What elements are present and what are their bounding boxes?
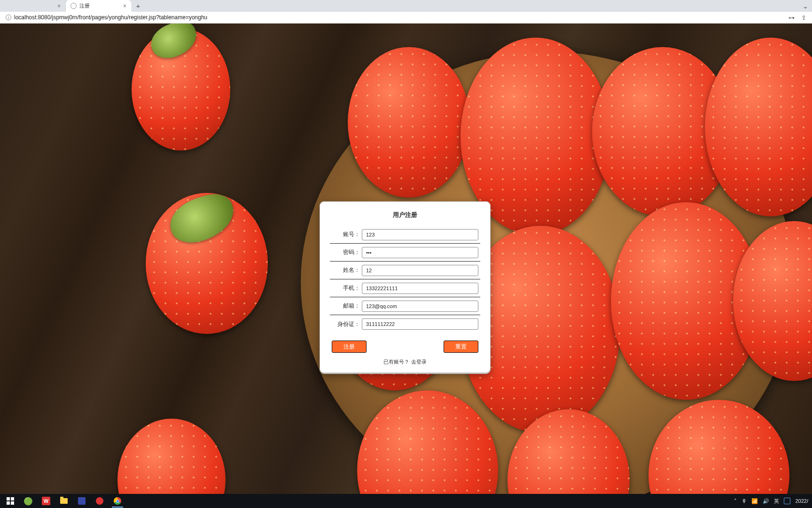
- login-link[interactable]: 去登录: [411, 359, 427, 365]
- key-icon[interactable]: ⊶: [789, 14, 795, 21]
- tab-title: 注册: [79, 2, 90, 9]
- input-password[interactable]: [362, 247, 478, 258]
- browser-tab-strip: × 注册 × + ⌄: [0, 0, 812, 12]
- app-icon: [78, 497, 86, 505]
- form-title: 用户注册: [330, 211, 480, 219]
- reset-button[interactable]: 重置: [444, 341, 478, 353]
- input-idcard[interactable]: [362, 318, 478, 330]
- taskbar-chrome[interactable]: [109, 494, 126, 508]
- start-button[interactable]: [2, 494, 19, 508]
- input-account[interactable]: [362, 229, 478, 240]
- tray-ime[interactable]: 英: [774, 498, 779, 505]
- button-row: 注册 重置: [330, 341, 480, 353]
- tray-clock[interactable]: 2022/: [795, 498, 808, 504]
- decorative-berry: [117, 419, 226, 497]
- register-card: 用户注册 账号： 密码： 姓名： 手机： 邮箱： 身份证： 注册 重置: [320, 201, 491, 373]
- tray-chevron-icon[interactable]: ˄: [734, 498, 737, 504]
- label-name: 姓名：: [332, 266, 360, 274]
- windows-taskbar: 🟢 W ˄ 🎙 📶 🔊 英 2022/: [0, 494, 812, 508]
- site-info-icon[interactable]: i: [6, 15, 11, 20]
- tray-mic-icon[interactable]: 🎙: [742, 498, 747, 504]
- browser-tab-1[interactable]: 注册 ×: [66, 0, 132, 12]
- chrome-icon: [114, 497, 121, 505]
- input-phone[interactable]: [362, 283, 478, 294]
- folder-icon: [60, 498, 68, 504]
- close-icon[interactable]: ×: [57, 3, 61, 9]
- taskbar-app[interactable]: [73, 494, 90, 508]
- system-tray: ˄ 🎙 📶 🔊 英 2022/: [734, 498, 810, 505]
- share-icon[interactable]: ⇪: [801, 14, 806, 21]
- tray-wifi-icon[interactable]: 📶: [751, 498, 758, 504]
- music-icon: [96, 497, 103, 505]
- field-row-name: 姓名：: [330, 262, 480, 279]
- tray-volume-icon[interactable]: 🔊: [763, 498, 769, 504]
- input-name[interactable]: [362, 265, 478, 276]
- close-icon[interactable]: ×: [123, 3, 126, 9]
- field-row-email: 邮箱：: [330, 297, 480, 315]
- taskbar-explorer[interactable]: [55, 494, 72, 508]
- label-email: 邮箱：: [332, 302, 360, 310]
- tray-app-icon[interactable]: [784, 498, 790, 504]
- windows-icon: [7, 497, 14, 505]
- field-row-account: 账号：: [330, 226, 480, 244]
- decorative-berry: [348, 47, 470, 198]
- label-phone: 手机：: [332, 284, 360, 292]
- field-row-idcard: 身份证：: [330, 315, 480, 333]
- tab-overflow-button[interactable]: ⌄: [803, 2, 812, 10]
- new-tab-button[interactable]: +: [132, 2, 145, 10]
- globe-icon: [70, 3, 77, 9]
- wps-icon: W: [42, 497, 50, 505]
- app-icon: 🟢: [23, 497, 33, 506]
- taskbar-wps[interactable]: W: [38, 494, 55, 508]
- label-account: 账号：: [332, 230, 360, 238]
- field-row-phone: 手机：: [330, 279, 480, 297]
- address-bar: i localhost:8080/jspmwj0rn/front/pages/y…: [0, 12, 812, 24]
- page-viewport: 用户注册 账号： 密码： 姓名： 手机： 邮箱： 身份证： 注册 重置: [0, 24, 812, 497]
- label-password: 密码：: [332, 248, 360, 256]
- label-idcard: 身份证：: [332, 320, 360, 328]
- url-text[interactable]: localhost:8080/jspmwj0rn/front/pages/yon…: [14, 14, 207, 21]
- taskbar-music[interactable]: [91, 494, 108, 508]
- taskbar-app[interactable]: 🟢: [20, 494, 37, 508]
- field-row-password: 密码：: [330, 244, 480, 262]
- login-prompt: 已有账号？ 去登录: [330, 358, 480, 365]
- input-email[interactable]: [362, 301, 478, 312]
- submit-button[interactable]: 注册: [332, 341, 367, 353]
- browser-tab-0[interactable]: ×: [0, 0, 66, 12]
